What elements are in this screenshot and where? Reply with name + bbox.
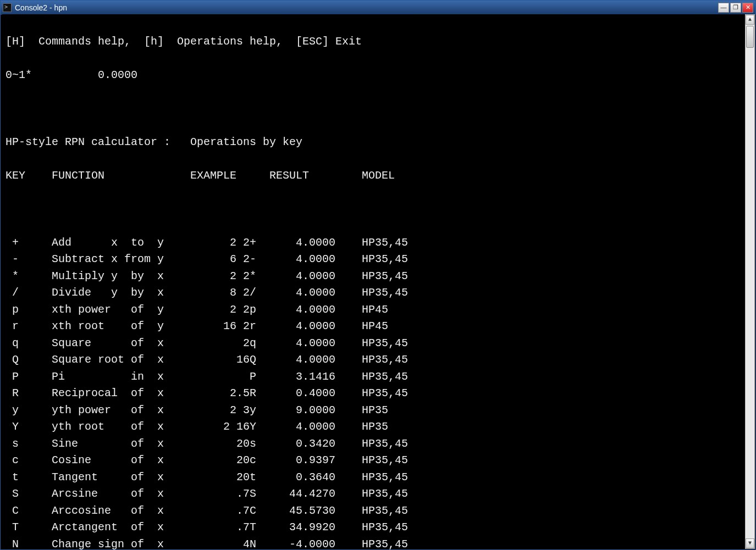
table-row: Yyth root of x2 16Y4.0000HP35 (5, 419, 742, 436)
op-result: 4.0000 (269, 285, 335, 302)
header-func: FUNCTION (52, 168, 190, 185)
op-func: Multiply y by x (52, 268, 190, 285)
op-result: 9.0000 (269, 402, 335, 419)
op-key: * (5, 268, 52, 285)
header-example: EXAMPLE (190, 168, 269, 185)
op-key: + (5, 235, 52, 252)
maximize-button[interactable]: ❐ (730, 3, 741, 13)
blank-line (5, 201, 742, 218)
op-func: yth power of x (52, 402, 190, 419)
op-func: Square of x (52, 335, 190, 352)
op-model: HP35,45 (362, 503, 408, 520)
op-model: HP35,45 (362, 285, 408, 302)
op-key: - (5, 251, 52, 268)
close-button[interactable]: ✕ (742, 3, 753, 13)
op-example: 20c (190, 452, 269, 469)
op-result: 4.0000 (269, 251, 335, 268)
op-key: P (5, 369, 52, 386)
op-result: 44.4270 (269, 486, 335, 503)
table-row: TArctangent of x.7T34.9920HP35,45 (5, 519, 742, 536)
op-key: r (5, 318, 52, 335)
op-func: Change sign of x (52, 536, 190, 551)
op-func: Arcsine of x (52, 486, 190, 503)
op-result: 0.9397 (269, 452, 335, 469)
op-model: HP45 (362, 302, 388, 319)
app-icon (3, 3, 12, 12)
op-key: y (5, 402, 52, 419)
header-model: MODEL (362, 168, 395, 185)
op-result: 0.3420 (269, 436, 335, 453)
op-example: 2 16Y (190, 419, 269, 436)
op-result: 0.3640 (269, 469, 335, 486)
op-key: c (5, 452, 52, 469)
table-row: RReciprocal of x2.5R0.4000HP35,45 (5, 385, 742, 402)
op-example: 2 3y (190, 402, 269, 419)
table-row: cCosine of x20c0.9397HP35,45 (5, 452, 742, 469)
op-func: Sine of x (52, 436, 190, 453)
op-result: 4.0000 (269, 302, 335, 319)
op-func: xth root of y (52, 318, 190, 335)
op-key: s (5, 436, 52, 453)
minimize-button[interactable]: — (718, 3, 729, 13)
vertical-scrollbar[interactable]: ▲ ▼ (745, 14, 755, 549)
op-model: HP35,45 (362, 536, 408, 551)
op-model: HP35,45 (362, 486, 408, 503)
op-key: p (5, 302, 52, 319)
op-result: 45.5730 (269, 503, 335, 520)
op-example: 8 2/ (190, 285, 269, 302)
op-key: N (5, 536, 52, 551)
op-example: 2 2p (190, 302, 269, 319)
op-model: HP35,45 (362, 469, 408, 486)
status-line: 0~1* 0.0000 (5, 67, 742, 84)
op-model: HP35,45 (362, 519, 408, 536)
op-example: .7T (190, 519, 269, 536)
table-row: +Add x to y2 2+4.0000HP35,45 (5, 235, 742, 252)
op-result: -4.0000 (269, 536, 335, 551)
op-key: Y (5, 419, 52, 436)
op-func: Pi in x (52, 369, 190, 386)
op-key: R (5, 385, 52, 402)
table-row: pxth power of y2 2p4.0000HP45 (5, 302, 742, 319)
scroll-up-button[interactable]: ▲ (746, 15, 754, 25)
table-row: -Subtract x from y6 2-4.0000HP35,45 (5, 251, 742, 268)
help-line: [H] Commands help, [h] Operations help, … (5, 34, 742, 51)
op-key: C (5, 503, 52, 520)
op-model: HP35,45 (362, 235, 408, 252)
op-example: 2.5R (190, 385, 269, 402)
op-model: HP35,45 (362, 335, 408, 352)
op-func: Arccosine of x (52, 503, 190, 520)
op-func: Reciprocal of x (52, 385, 190, 402)
op-result: 4.0000 (269, 235, 335, 252)
op-model: HP35,45 (362, 352, 408, 369)
op-key: Q (5, 352, 52, 369)
table-row: SArcsine of x.7S44.4270HP35,45 (5, 486, 742, 503)
doc-title: HP-style RPN calculator : Operations by … (5, 134, 742, 151)
op-func: Tangent of x (52, 469, 190, 486)
op-result: 3.1416 (269, 369, 335, 386)
table-row: PPi in xP3.1416HP35,45 (5, 369, 742, 386)
op-model: HP35,45 (362, 452, 408, 469)
table-row: /Divide y by x8 2/4.0000HP35,45 (5, 285, 742, 302)
op-key: T (5, 519, 52, 536)
op-result: 4.0000 (269, 335, 335, 352)
terminal-area[interactable]: [H] Commands help, [h] Operations help, … (2, 14, 745, 548)
op-model: HP35 (362, 402, 388, 419)
op-example: 4N (190, 536, 269, 551)
table-row: *Multiply y by x2 2*4.0000HP35,45 (5, 268, 742, 285)
op-example: 6 2- (190, 251, 269, 268)
op-func: Divide y by x (52, 285, 190, 302)
scroll-down-button[interactable]: ▼ (746, 538, 754, 548)
window-titlebar[interactable]: Console2 - hpn — ❐ ✕ (1, 1, 755, 15)
op-key: t (5, 469, 52, 486)
op-model: HP35,45 (362, 251, 408, 268)
table-row: CArccosine of x.7C45.5730HP35,45 (5, 503, 742, 520)
op-func: Add x to y (52, 235, 190, 252)
op-example: 2q (190, 335, 269, 352)
table-row: sSine of x20s0.3420HP35,45 (5, 436, 742, 453)
op-model: HP45 (362, 318, 388, 335)
table-row: QSquare root of x16Q4.0000HP35,45 (5, 352, 742, 369)
op-key: / (5, 285, 52, 302)
op-example: .7S (190, 486, 269, 503)
op-func: Square root of x (52, 352, 190, 369)
scroll-thumb[interactable] (746, 26, 754, 48)
